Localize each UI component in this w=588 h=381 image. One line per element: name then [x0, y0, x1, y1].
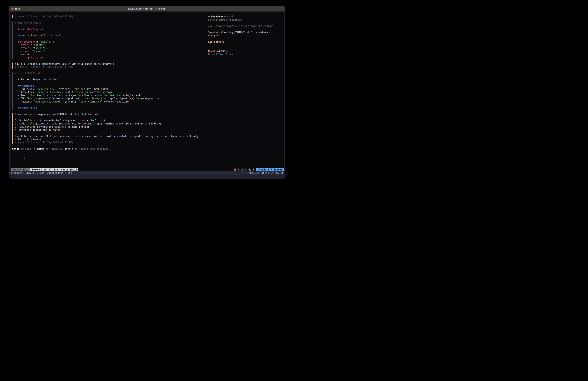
terminal-window: [2/3] radiant:3:opencode - "romulus" Cla…: [9, 6, 285, 179]
text-line: - Package: `bun add <package>` (install)…: [15, 100, 205, 104]
tmux-window-list[interactable]: [radiant] 1:nvim 2:zsh- 3:opencode* 4:zs…: [11, 171, 72, 174]
diagnostic-counter: ⓘ 0: [241, 168, 246, 171]
model-badge[interactable]: Claude 3.7 Sonnet: [256, 168, 284, 171]
chat-block: Now I'll create a comprehensive CONTEXT.…: [12, 63, 205, 69]
text-line: 4. Database operations guidance: [15, 129, 205, 132]
chat-block: View: script/db.ts #!/usr/bin/env bun im…: [12, 22, 205, 59]
diagnostic-counter: ⓗ 0: [249, 168, 254, 171]
text-line: [208, 47, 284, 50]
diagnostic-counter: ⓦ 0: [234, 168, 239, 171]
window-title: [2/3] radiant:3:opencode - "romulus": [128, 8, 166, 10]
text-line: - Build/Dev: `bun run dev` (project), `b…: [15, 88, 205, 91]
text-line: ...process.env,: [15, 56, 205, 59]
text-line: [15, 37, 205, 41]
text-line: Claude 3.7 Sonnet (14 May 2025 03:41 PM): [15, 66, 205, 69]
text-line: Claude 3.7 Sonnet (14 May 2025 03:41 PM): [15, 141, 205, 144]
text-line: 3. CSS styling conventions specific to t…: [15, 125, 205, 129]
text-line: The file is concise (20 lines) and captu…: [15, 135, 205, 138]
keybinding-hints: enter to send, \+enter for newline, ctrl…: [12, 147, 205, 151]
text-line: github.com/sst/opencode: [208, 18, 284, 22]
text-line: Session: Creating CONTEXT.md for codebas…: [208, 31, 284, 34]
text-line: [15, 132, 205, 135]
text-line: View: script/db.ts: [15, 22, 205, 25]
text-line: © OpenCode 0.0.45: [208, 15, 284, 18]
minimize-button[interactable]: [15, 8, 17, 10]
text-line: stdout: "inherit",: [15, 47, 205, 50]
text-line: [15, 116, 205, 119]
close-button[interactable]: [11, 8, 14, 10]
tmux-status-bar: [radiant] 1:nvim 2:zsh- 3:opencode* 4:zs…: [10, 171, 284, 175]
text-line: - Test: `bun test` or `bun test packages…: [15, 94, 205, 97]
text-line: analysis: [208, 34, 284, 37]
text-line: LSP Servers: [208, 40, 284, 44]
text-line: - DB: `bun db generate` (create migratio…: [15, 97, 205, 100]
chat-block: Write: CONTEXT.md # Radiant Project Guid…: [12, 72, 205, 110]
text-line: Write: CONTEXT.md: [15, 72, 205, 75]
text-line: Bun.spawnSync([`psql`], {: [15, 40, 205, 44]
text-line: [15, 25, 205, 28]
text-line: stderr: "inherit",: [15, 50, 205, 53]
text-line: ## Code Style: [15, 107, 205, 110]
text-line: [208, 28, 284, 31]
message-input[interactable]: >: [12, 154, 205, 157]
diagnostics-counters: ⓦ 0ⓘ 0ⓗ 0: [234, 168, 254, 171]
text-line: [208, 37, 284, 41]
text-line: ## Commands: [15, 85, 205, 88]
input-divider: [12, 152, 204, 152]
text-line: with this codebase.: [15, 138, 205, 141]
chat-log: Claude 3.7 Sonnet (14 May 2025 03:41 PM)…: [12, 15, 205, 157]
text-line: [15, 31, 205, 34]
window-controls: [11, 6, 20, 11]
text-line: stdin: "inherit",: [15, 44, 205, 47]
titlebar: [2/3] radiant:3:opencode - "romulus": [9, 6, 285, 11]
text-line: cwd: /home/thdxr/dev/projects/radiant/ra…: [208, 25, 284, 28]
text-line: 1. Build/lint/test commands including ho…: [15, 119, 205, 122]
zoom-button[interactable]: [18, 8, 20, 10]
chat-block: Claude 3.7 Sonnet (14 May 2025 03:41 PM): [12, 15, 205, 18]
text-line: [208, 22, 284, 25]
status-bar: ctrl+? help Tokens: 16.4K (8%), Cost: $0…: [10, 168, 284, 171]
text-line: [15, 81, 205, 85]
opencode-tui: Claude 3.7 Sonnet (14 May 2025 03:41 PM)…: [10, 12, 284, 171]
help-shortcut-badge[interactable]: ctrl+? help: [11, 168, 30, 171]
text-line: - TypeCheck: `bun run typecheck` (all) o…: [15, 91, 205, 94]
text-line: I've created a comprehensive CONTEXT.md …: [15, 113, 205, 116]
text-line: Modified Files:: [208, 50, 284, 53]
text-line: import { Resource } from "sst";: [15, 34, 205, 37]
text-line: #!/usr/bin/env bun: [15, 28, 205, 31]
text-line: Claude 3.7 Sonnet (14 May 2025 03:41 PM): [15, 15, 205, 18]
text-line: No modified files: [208, 53, 284, 56]
tmux-host-time: "romulus" 15:41 14-May-25: [247, 171, 284, 174]
text-line: [208, 44, 284, 47]
text-line: # Radiant Project Guidelines: [15, 78, 205, 81]
text-line: [15, 103, 205, 107]
chat-blocks: Claude 3.7 Sonnet (14 May 2025 03:41 PM)…: [12, 15, 205, 144]
text-line: 2. Code style guidelines covering import…: [15, 122, 205, 125]
text-line: [15, 75, 205, 78]
text-line: env: {: [15, 53, 205, 56]
chat-block: I've created a comprehensive CONTEXT.md …: [12, 113, 205, 144]
token-usage-badge: Tokens: 16.4K (8%), Cost: $0.12: [30, 168, 78, 171]
text-line: Now I'll create a comprehensive CONTEXT.…: [15, 63, 205, 66]
prompt-caret: >: [24, 157, 25, 159]
session-sidebar: © OpenCode 0.0.45github.com/sst/opencode…: [208, 15, 284, 56]
